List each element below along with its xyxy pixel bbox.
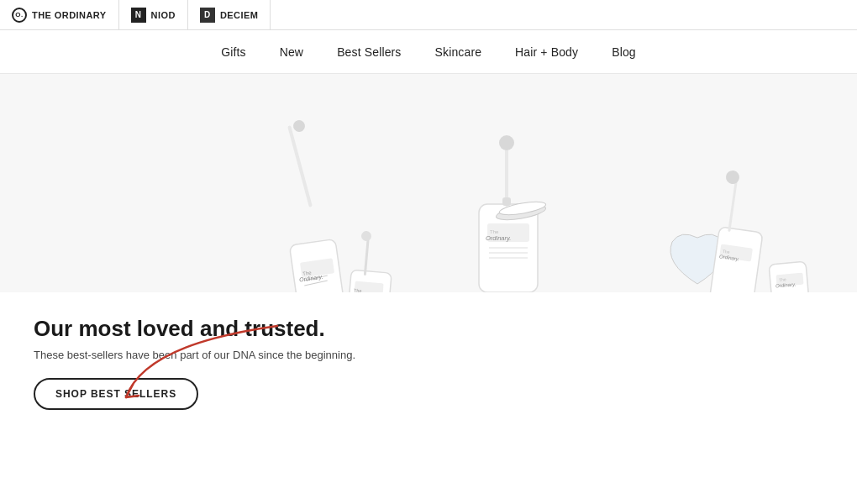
- the-ordinary-logo: O.: [12, 8, 27, 23]
- nav-skincare[interactable]: Skincare: [435, 45, 482, 59]
- hero-bottom: Our most loved and trusted. These best-s…: [0, 292, 857, 427]
- hero-headline: Our most loved and trusted.: [34, 316, 823, 342]
- hero-subtext: These best-sellers have been part of our…: [34, 349, 823, 361]
- brand-deciem[interactable]: D DECIEM: [188, 0, 271, 29]
- niod-label: NIOD: [151, 10, 176, 20]
- deciem-label: DECIEM: [220, 10, 258, 20]
- nav-gifts[interactable]: Gifts: [221, 45, 245, 59]
- the-ordinary-label: THE ORDINARY: [32, 10, 107, 20]
- svg-point-24: [499, 135, 514, 150]
- nav-best-sellers[interactable]: Best Sellers: [337, 45, 401, 59]
- niod-logo: N: [131, 8, 146, 23]
- svg-rect-23: [505, 141, 508, 207]
- main-nav: Gifts New Best Sellers Skincare Hair + B…: [0, 30, 857, 74]
- brand-niod[interactable]: N NIOD: [119, 0, 188, 29]
- shop-best-sellers-button[interactable]: SHOP BEST SELLERS: [34, 378, 198, 410]
- nav-blog[interactable]: Blog: [612, 45, 636, 59]
- brand-bar: O. THE ORDINARY N NIOD D DECIEM: [0, 0, 857, 30]
- brand-the-ordinary[interactable]: O. THE ORDINARY: [0, 0, 119, 29]
- svg-text:Ordinary.: Ordinary.: [486, 234, 511, 242]
- deciem-logo: D: [200, 8, 215, 23]
- nav-hair-body[interactable]: Hair + Body: [515, 45, 578, 59]
- svg-text:The: The: [779, 276, 786, 282]
- svg-rect-25: [502, 197, 511, 206]
- hero-section: The Ordinary. The Ordinary. The Ordinary…: [0, 74, 857, 427]
- nav-new[interactable]: New: [280, 45, 303, 59]
